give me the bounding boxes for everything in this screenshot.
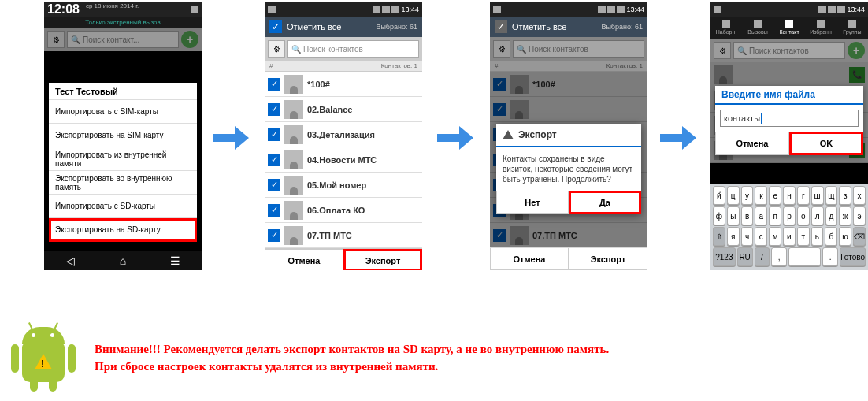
key[interactable]: я xyxy=(727,227,740,246)
cancel-button[interactable]: Отмена xyxy=(715,132,789,155)
no-button[interactable]: Нет xyxy=(496,191,569,214)
key[interactable]: и xyxy=(783,227,796,246)
key[interactable]: щ xyxy=(825,186,838,205)
contact-row[interactable]: ✓03.Детализация xyxy=(265,122,422,147)
key[interactable]: ш xyxy=(811,186,824,205)
emergency-only-label: Только экстренный вызов xyxy=(44,17,202,28)
dialer-icon xyxy=(722,20,730,28)
key[interactable]: ы xyxy=(727,206,740,225)
row-checkbox[interactable]: ✓ xyxy=(268,204,280,217)
key[interactable]: ц xyxy=(727,186,740,205)
key[interactable]: х xyxy=(853,186,866,205)
key[interactable]: а xyxy=(755,206,767,225)
battery-icon xyxy=(391,6,399,13)
key[interactable]: т xyxy=(797,227,810,246)
key[interactable]: . xyxy=(822,247,838,266)
key[interactable]: э xyxy=(853,206,866,225)
filter-button[interactable]: ⚙ xyxy=(268,40,285,58)
key[interactable]: с xyxy=(755,227,767,246)
status-bar: 13:44 xyxy=(490,2,647,17)
key[interactable]: ж xyxy=(839,206,851,225)
key[interactable]: ю xyxy=(839,227,851,246)
key[interactable]: б xyxy=(825,227,837,246)
tab-dialer[interactable]: Набор н xyxy=(710,17,742,39)
soft-keyboard[interactable]: йцукенгшщзх фывапролджэ ⇧ячсмитьбю⌫ ?123… xyxy=(710,184,868,270)
key[interactable]: о xyxy=(797,206,810,225)
menu-export-sd[interactable]: Экспортировать на SD-карту xyxy=(49,218,197,242)
select-all-label: Отметить все xyxy=(287,22,341,32)
yes-button[interactable]: Да xyxy=(569,191,641,214)
key[interactable]: ь xyxy=(811,227,824,246)
key[interactable]: д xyxy=(825,206,838,225)
row-checkbox[interactable]: ✓ xyxy=(268,154,280,166)
avatar xyxy=(284,176,303,195)
key[interactable]: е xyxy=(769,186,781,205)
nav-home-icon[interactable]: ⌂ xyxy=(97,251,150,270)
tab-calls[interactable]: Вызовы xyxy=(742,17,773,39)
row-checkbox[interactable]: ✓ xyxy=(268,78,280,91)
screenshot-3-confirm-dialog: 13:44 ✓ Отметить все Выбрано: 61 ⚙ 🔍 Пои… xyxy=(490,2,647,270)
symbols-key[interactable]: ?123 xyxy=(713,247,736,266)
key[interactable]: з xyxy=(839,186,851,205)
avatar xyxy=(284,150,303,169)
avatar xyxy=(284,100,303,119)
key[interactable]: у xyxy=(741,186,754,205)
nav-back-icon[interactable]: ◁ xyxy=(44,251,97,270)
menu-import-sd[interactable]: Импортировать с SD-карты xyxy=(49,195,197,218)
tab-favorites[interactable]: Избранн xyxy=(805,17,836,39)
key[interactable]: п xyxy=(769,206,781,225)
search-input[interactable]: 🔍 Поиск контактов xyxy=(287,40,419,58)
search-input[interactable]: 🔍 Поиск контакт... xyxy=(67,31,179,48)
flow-arrow-icon xyxy=(660,126,699,150)
row-checkbox[interactable]: ✓ xyxy=(268,179,280,191)
key[interactable]: н xyxy=(783,186,796,205)
ok-button[interactable]: OK xyxy=(789,132,863,155)
menu-export-internal[interactable]: Экспортировать во внутреннюю память xyxy=(49,171,197,195)
contact-row[interactable]: ✓07.ТП МТС xyxy=(265,223,422,248)
contact-list[interactable]: ✓*100# ✓02.Balance ✓03.Детализация ✓04.Н… xyxy=(265,72,422,248)
row-checkbox[interactable]: ✓ xyxy=(268,103,280,116)
backspace-key[interactable]: ⌫ xyxy=(853,227,866,246)
key[interactable]: ф xyxy=(713,206,725,225)
menu-import-sim[interactable]: Импортировать с SIM-карты xyxy=(49,100,197,124)
key[interactable]: й xyxy=(713,186,725,205)
contact-row[interactable]: ✓06.Оплата КО xyxy=(265,198,422,223)
cancel-button[interactable]: Отмена xyxy=(490,247,569,270)
shift-key[interactable]: ⇧ xyxy=(713,227,725,246)
nav-bar: ◁ ⌂ ☰ xyxy=(44,251,202,270)
key[interactable]: в xyxy=(741,206,754,225)
key[interactable]: р xyxy=(783,206,796,225)
export-button[interactable]: Экспорт xyxy=(569,247,647,270)
cancel-button[interactable]: Отмена xyxy=(265,249,343,270)
nav-recent-icon[interactable]: ☰ xyxy=(149,251,202,270)
key[interactable]: / xyxy=(755,247,770,266)
contact-row[interactable]: ✓05.Мой номер xyxy=(265,173,422,198)
done-key[interactable]: Готово xyxy=(840,247,866,266)
contact-row[interactable]: ✓04.Новости МТС xyxy=(265,147,422,173)
key[interactable]: л xyxy=(811,206,824,225)
row-checkbox[interactable]: ✓ xyxy=(268,128,280,141)
key[interactable]: ч xyxy=(741,227,754,246)
select-all-checkbox[interactable]: ✓ xyxy=(269,20,282,33)
contacts-icon xyxy=(785,20,793,28)
key[interactable]: к xyxy=(755,186,767,205)
add-contact-button[interactable]: + xyxy=(181,31,198,48)
tab-groups[interactable]: Группы xyxy=(836,17,868,39)
key[interactable]: м xyxy=(769,227,781,246)
row-checkbox[interactable]: ✓ xyxy=(268,229,280,242)
lang-key[interactable]: RU xyxy=(737,247,753,266)
contact-row[interactable]: ✓*100# xyxy=(265,72,422,97)
key[interactable]: г xyxy=(797,186,810,205)
key[interactable]: , xyxy=(771,247,787,266)
selected-count: Выбрано: 61 xyxy=(601,23,643,31)
select-all-checkbox[interactable]: ✓ xyxy=(495,20,507,33)
filter-button[interactable]: ⚙ xyxy=(47,31,65,48)
space-key[interactable]: — xyxy=(788,247,821,266)
export-button[interactable]: Экспорт xyxy=(343,249,422,270)
menu-import-internal[interactable]: Импортировать из внутренней памяти xyxy=(49,147,197,171)
filename-input[interactable]: контакты xyxy=(720,110,859,127)
contact-row[interactable]: ✓02.Balance xyxy=(265,97,422,122)
tab-contacts[interactable]: Контакт xyxy=(773,17,805,39)
menu-export-sim[interactable]: Экспортировать на SIM-карту xyxy=(49,124,197,147)
gear-icon[interactable] xyxy=(191,6,198,13)
